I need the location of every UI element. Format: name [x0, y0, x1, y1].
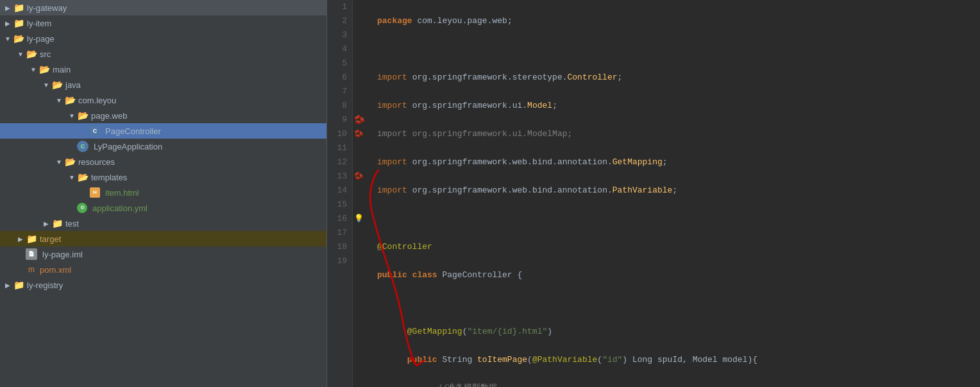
- iml-icon: 📄: [26, 248, 37, 260]
- tree-item-pom-xml[interactable]: ▶ m pom.xml: [0, 262, 326, 277]
- folder-icon-target: 📁: [26, 233, 37, 245]
- tree-item-ly-registry[interactable]: ▶ 📁 ly-registry: [0, 277, 326, 293]
- code-line-5: import org.springframework.ui.ModelMap;: [377, 127, 980, 141]
- code-line-9: @Controller: [377, 240, 980, 254]
- tree-item-ly-item[interactable]: ▶ 📁 ly-item: [0, 15, 326, 31]
- label-main: main: [53, 65, 326, 74]
- label-page-web: page.web: [91, 111, 326, 121]
- code-line-2: [377, 42, 980, 56]
- label-pagecontroller: PageController: [105, 126, 326, 136]
- arrow-com-leyou: ▼: [54, 97, 64, 104]
- arrow-test: ▶: [41, 220, 51, 227]
- folder-icon-ly-item: 📁: [13, 17, 24, 29]
- label-pom-xml: pom.xml: [40, 265, 326, 275]
- code-line-10: public class PageController {: [377, 268, 980, 282]
- folder-icon-src: 📂: [26, 48, 37, 60]
- code-line-12: @GetMapping("item/{id}.html"): [377, 325, 980, 339]
- code-line-8: [377, 212, 980, 226]
- tree-item-lypageapplication[interactable]: ▶ C LyPageApplication: [0, 139, 326, 154]
- folder-icon-java: 📂: [51, 79, 63, 90]
- tree-item-item-html[interactable]: ▶ H item.html: [0, 185, 326, 200]
- label-application-yml: application.yml: [92, 203, 326, 213]
- label-target: target: [40, 234, 326, 244]
- folder-icon-ly-gateway: 📁: [13, 2, 24, 13]
- code-line-4: import org.springframework.ui.Model;: [377, 99, 980, 113]
- arrow-java: ▼: [41, 82, 51, 89]
- tree-item-com-leyou[interactable]: ▼ 📂 com.leyou: [0, 92, 326, 108]
- tree-item-target[interactable]: ▶ 📁 target: [0, 231, 326, 246]
- java-class-icon-pagecontroller: C: [90, 126, 100, 136]
- tree-item-ly-gateway[interactable]: ▶ 📁 ly-gateway: [0, 0, 326, 15]
- line-numbers: 1 2 3 4 5 6 7 8 9 10 11 12 13 14 15 16 1…: [327, 0, 353, 387]
- arrow-main: ▼: [28, 66, 38, 73]
- arrow-ly-page: ▼: [3, 35, 13, 42]
- gutter-bean-9: 🫘: [354, 113, 365, 127]
- arrow-ly-registry: ▶: [3, 282, 13, 289]
- xml-icon-pom: m: [26, 264, 37, 275]
- gutter: 🫘 🫘 🫘 💡: [353, 0, 371, 387]
- html-icon-item: H: [90, 187, 100, 198]
- yml-icon-application: ⚙: [77, 203, 87, 213]
- tree-item-main[interactable]: ▼ 📂 main: [0, 62, 326, 77]
- label-ly-page: ly-page: [27, 34, 326, 44]
- label-java: java: [65, 80, 326, 90]
- arrow-target: ▶: [15, 236, 26, 243]
- tree-item-pagecontroller[interactable]: ▶ C PageController: [0, 123, 326, 139]
- code-line-14: //准备模型数据: [377, 381, 980, 387]
- code-line-1: package com.leyou.page.web;: [377, 14, 980, 28]
- tree-item-application-yml[interactable]: ▶ ⚙ application.yml: [0, 200, 326, 216]
- folder-icon-ly-page: 📂: [13, 33, 24, 44]
- code-line-6: import org.springframework.web.bind.anno…: [377, 155, 980, 169]
- folder-icon-com-leyou: 📂: [64, 94, 76, 106]
- label-ly-page-iml: ly-page.iml: [42, 250, 326, 259]
- code-content[interactable]: package com.leyou.page.web; import org.s…: [371, 0, 980, 387]
- tree-item-src[interactable]: ▼ 📂 src: [0, 46, 326, 62]
- arrow-ly-gateway: ▶: [3, 4, 13, 12]
- arrow-page-web: ▼: [67, 112, 77, 119]
- gutter-bean-10: 🫘: [354, 127, 364, 141]
- folder-icon-ly-registry: 📁: [13, 279, 24, 291]
- label-ly-item: ly-item: [27, 19, 326, 28]
- folder-icon-test: 📁: [51, 218, 63, 229]
- folder-icon-main: 📂: [38, 64, 50, 75]
- tree-item-test[interactable]: ▶ 📁 test: [0, 216, 326, 231]
- arrow-ly-item: ▶: [3, 20, 13, 27]
- arrow-templates: ▼: [67, 174, 77, 181]
- tree-item-ly-page-iml[interactable]: ▶ 📄 ly-page.iml: [0, 246, 326, 262]
- code-line-7: import org.springframework.web.bind.anno…: [377, 184, 980, 198]
- code-line-11: [377, 297, 980, 311]
- label-lypageapplication: LyPageApplication: [94, 142, 326, 151]
- label-test: test: [65, 219, 326, 228]
- java-class-icon-lypageapplication: C: [77, 141, 89, 152]
- code-line-13: public String toItemPage(@PathVariable("…: [377, 353, 980, 367]
- label-com-leyou: com.leyou: [78, 96, 326, 105]
- tree-item-java[interactable]: ▼ 📂 java: [0, 77, 326, 92]
- tree-item-resources[interactable]: ▼ 📂 resources: [0, 154, 326, 169]
- code-line-3: import org.springframework.stereotype.Co…: [377, 71, 980, 85]
- gutter-bulb-16: 💡: [354, 212, 364, 226]
- tree-item-templates[interactable]: ▼ 📂 templates: [0, 169, 326, 185]
- folder-icon-resources: 📂: [64, 156, 76, 168]
- label-ly-gateway: ly-gateway: [27, 3, 326, 13]
- code-editor[interactable]: 1 2 3 4 5 6 7 8 9 10 11 12 13 14 15 16 1…: [327, 0, 980, 387]
- label-ly-registry: ly-registry: [27, 280, 326, 290]
- project-sidebar[interactable]: ▶ 📁 ly-gateway ▶ 📁 ly-item ▼ 📂 ly-page ▼…: [0, 0, 327, 387]
- label-resources: resources: [78, 157, 326, 167]
- folder-icon-templates: 📂: [77, 171, 89, 183]
- arrow-src: ▼: [15, 51, 26, 58]
- label-templates: templates: [91, 173, 326, 182]
- arrow-resources: ▼: [54, 159, 64, 166]
- label-src: src: [40, 49, 326, 59]
- label-item-html: item.html: [105, 188, 326, 198]
- tree-item-page-web[interactable]: ▼ 📂 page.web: [0, 108, 326, 123]
- tree-item-ly-page[interactable]: ▼ 📂 ly-page: [0, 31, 326, 46]
- folder-icon-page-web: 📂: [77, 110, 89, 121]
- gutter-method-13: 🫘: [354, 169, 364, 184]
